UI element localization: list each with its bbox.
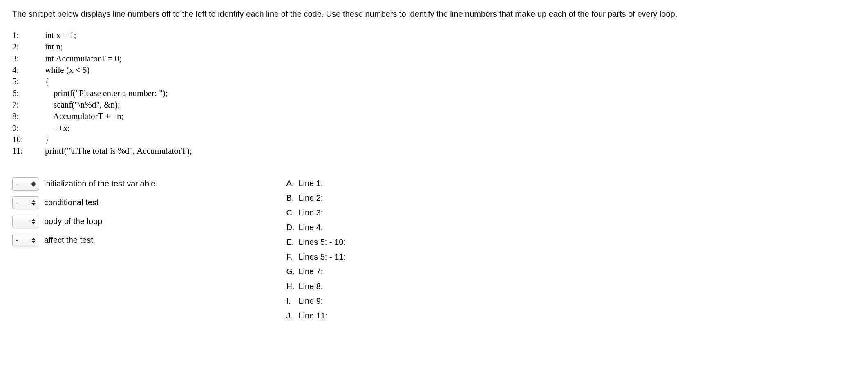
line-number: 7: xyxy=(12,99,45,110)
matching-column: - initialization of the test variable - … xyxy=(12,177,155,247)
line-number: 6: xyxy=(12,87,45,99)
dropdown-value: - xyxy=(16,237,28,244)
match-row-affect: - affect the test xyxy=(12,234,155,247)
choice-text: Line 7: xyxy=(298,266,323,277)
stepper-arrows-icon xyxy=(31,219,36,224)
code-line: 2: int n; xyxy=(12,41,856,52)
choice-letter: J. xyxy=(286,310,298,321)
line-number: 2: xyxy=(12,41,45,52)
match-row-initialization: - initialization of the test variable xyxy=(12,177,155,191)
choice-c: C. Line 3: xyxy=(286,207,346,218)
line-number: 1: xyxy=(12,29,45,41)
match-label: initialization of the test variable xyxy=(44,179,155,188)
code-line: 6: printf("Please enter a number: "); xyxy=(12,87,856,99)
choice-letter: H. xyxy=(286,280,298,292)
match-label: affect the test xyxy=(44,235,93,245)
question-instructions: The snippet below displays line numbers … xyxy=(12,8,789,20)
choice-letter: B. xyxy=(286,192,298,204)
choice-g: G. Line 7: xyxy=(286,266,346,277)
dropdown-value: - xyxy=(16,218,28,225)
choice-text: Line 11: xyxy=(298,310,327,321)
choice-letter: E. xyxy=(286,236,298,248)
code-line: 11: printf("\nThe total is %d", Accumula… xyxy=(12,145,856,157)
code-text: printf("Please enter a number: "); xyxy=(45,87,168,99)
code-text: int x = 1; xyxy=(45,29,76,41)
choice-f: F. Lines 5: - 11: xyxy=(286,251,346,262)
answer-area: - initialization of the test variable - … xyxy=(12,177,856,321)
choice-d: D. Line 4: xyxy=(286,222,346,233)
choice-letter: A. xyxy=(286,177,298,189)
choice-text: Line 3: xyxy=(298,207,323,218)
choice-h: H. Line 8: xyxy=(286,280,346,292)
match-dropdown-affect[interactable]: - xyxy=(12,234,39,247)
choice-letter: D. xyxy=(286,222,298,233)
choice-letter: G. xyxy=(286,266,298,277)
choice-text: Lines 5: - 10: xyxy=(298,236,346,248)
choice-letter: F. xyxy=(286,251,298,262)
choice-b: B. Line 2: xyxy=(286,192,346,204)
line-number: 10: xyxy=(12,134,45,145)
dropdown-value: - xyxy=(16,199,28,206)
stepper-arrows-icon xyxy=(31,238,36,243)
choice-j: J. Line 11: xyxy=(286,310,346,321)
code-text: printf("\nThe total is %d", AccumulatorT… xyxy=(45,145,192,157)
choice-text: Line 2: xyxy=(298,192,323,204)
choice-i: I. Line 9: xyxy=(286,295,346,307)
choice-text: Line 8: xyxy=(298,280,323,292)
code-line: 4: while (x < 5) xyxy=(12,64,856,76)
line-number: 3: xyxy=(12,53,45,64)
code-text: while (x < 5) xyxy=(45,64,89,76)
code-text: { xyxy=(45,76,49,87)
choice-text: Line 1: xyxy=(298,177,323,189)
answer-choices: A. Line 1: B. Line 2: C. Line 3: D. Line… xyxy=(286,177,346,321)
choice-a: A. Line 1: xyxy=(286,177,346,189)
code-line: 5: { xyxy=(12,76,856,87)
code-line: 9: ++x; xyxy=(12,122,856,134)
dropdown-value: - xyxy=(16,180,28,188)
choice-letter: I. xyxy=(286,295,298,307)
match-label: conditional test xyxy=(44,198,98,207)
choice-letter: C. xyxy=(286,207,298,218)
line-number: 11: xyxy=(12,145,45,157)
code-line: 7: scanf("\n%d", &n); xyxy=(12,99,856,110)
line-number: 4: xyxy=(12,64,45,76)
code-text: } xyxy=(45,134,49,145)
stepper-arrows-icon xyxy=(31,181,36,187)
choice-text: Line 4: xyxy=(298,222,323,233)
code-text: AccumulatorT += n; xyxy=(45,110,123,122)
match-label: body of the loop xyxy=(44,217,102,226)
line-number: 9: xyxy=(12,122,45,134)
code-text: int n; xyxy=(45,41,63,52)
code-snippet: 1: int x = 1; 2: int n; 3: int Accumulat… xyxy=(12,29,856,157)
stepper-arrows-icon xyxy=(31,200,36,206)
choice-text: Lines 5: - 11: xyxy=(298,251,346,262)
match-row-conditional: - conditional test xyxy=(12,196,155,209)
code-line: 3: int AccumulatorT = 0; xyxy=(12,53,856,64)
code-line: 1: int x = 1; xyxy=(12,29,856,41)
match-dropdown-conditional[interactable]: - xyxy=(12,196,39,209)
line-number: 8: xyxy=(12,110,45,122)
choice-text: Line 9: xyxy=(298,295,323,307)
match-dropdown-initialization[interactable]: - xyxy=(12,177,39,191)
code-line: 8: AccumulatorT += n; xyxy=(12,110,856,122)
line-number: 5: xyxy=(12,76,45,87)
choice-e: E. Lines 5: - 10: xyxy=(286,236,346,248)
match-dropdown-body[interactable]: - xyxy=(12,215,39,228)
code-text: ++x; xyxy=(45,122,70,134)
code-line: 10: } xyxy=(12,134,856,145)
code-text: scanf("\n%d", &n); xyxy=(45,99,120,110)
code-text: int AccumulatorT = 0; xyxy=(45,53,121,64)
match-row-body: - body of the loop xyxy=(12,215,155,228)
